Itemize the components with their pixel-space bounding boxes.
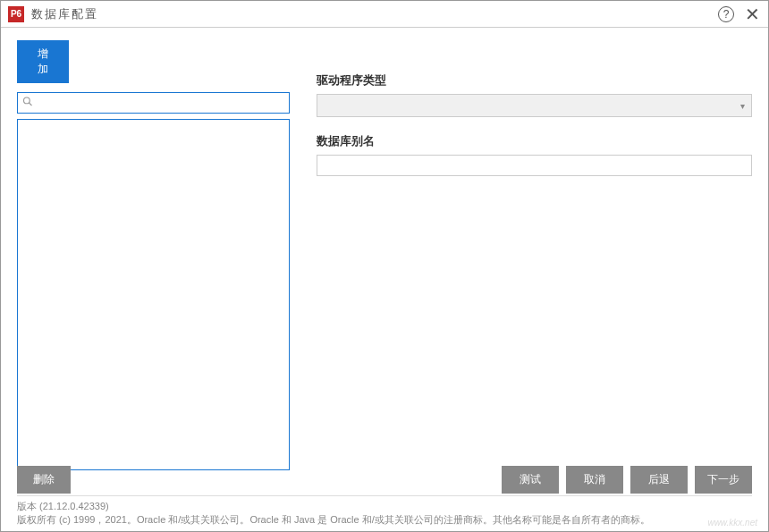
driver-type-group: 驱动程序类型 ▾ [317,72,752,117]
copyright-text: 版权所有 (c) 1999，2021。Oracle 和/或其关联公司。Oracl… [17,513,752,526]
right-column: 驱动程序类型 ▾ 数据库别名 [317,40,752,470]
database-list[interactable] [17,119,290,470]
test-button[interactable]: 测试 [502,466,559,494]
footer-buttons: 删除 测试 取消 后退 下一步 [17,466,752,494]
titlebar: P6 数据库配置 ? ✕ [1,1,768,28]
watermark: www.kkx.net [707,518,757,528]
db-alias-group: 数据库别名 [317,133,752,176]
help-icon[interactable]: ? [718,6,734,22]
db-alias-label: 数据库别名 [317,133,752,149]
search-box [17,92,290,114]
window-title: 数据库配置 [31,6,98,22]
driver-type-select[interactable] [317,94,752,117]
add-button[interactable]: 增加 [17,40,69,83]
delete-button[interactable]: 删除 [17,466,71,494]
app-icon: P6 [8,6,24,22]
cancel-button[interactable]: 取消 [566,466,623,494]
db-alias-input[interactable] [317,155,752,176]
next-button[interactable]: 下一步 [695,466,752,494]
search-input[interactable] [17,92,290,114]
close-icon[interactable]: ✕ [743,5,761,23]
titlebar-actions: ? ✕ [718,5,761,23]
back-button[interactable]: 后退 [630,466,688,494]
content: 增加 驱动程序类型 ▾ 数据库别名 [1,28,768,470]
footer-info: 版本 (21.12.0.42339) 版权所有 (c) 1999，2021。Or… [17,495,752,526]
version-text: 版本 (21.12.0.42339) [17,500,752,512]
footer-right-buttons: 测试 取消 后退 下一步 [502,466,752,494]
driver-type-select-wrap: ▾ [317,94,752,117]
driver-type-label: 驱动程序类型 [317,72,752,89]
left-column: 增加 [17,40,290,470]
